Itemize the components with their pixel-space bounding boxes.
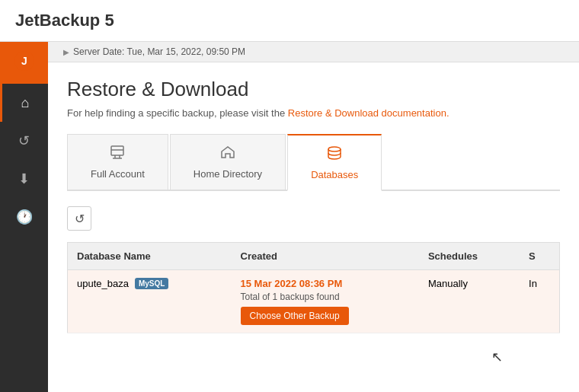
tab-full-account[interactable]: Full Account — [67, 134, 168, 190]
databases-icon — [326, 145, 343, 165]
tabs-container: Full Account Home Directory — [67, 134, 560, 191]
databases-table: Database Name Created Schedules S upute_… — [67, 242, 560, 333]
page-subtitle: For help finding a specific backup, plea… — [67, 107, 560, 119]
server-date: Server Date: Tue, Mar 15, 2022, 09:50 PM — [73, 46, 245, 57]
app-title: JetBackup 5 — [15, 11, 114, 30]
refresh-button[interactable]: ↺ — [67, 206, 91, 231]
sidebar-item-restore[interactable]: ↺ — [0, 122, 48, 160]
home-icon: ⌂ — [21, 95, 30, 111]
cell-db-name: upute_baza MySQL — [68, 270, 232, 333]
server-bar-arrow: ▶ — [63, 48, 69, 56]
refresh-icon: ↺ — [75, 212, 85, 226]
table-header: Database Name Created Schedules S — [68, 243, 560, 270]
sidebar-item-download[interactable]: ⬇ — [0, 160, 48, 198]
col-db-name: Database Name — [68, 243, 232, 270]
tab-databases-label: Databases — [311, 169, 358, 180]
toolbar: ↺ — [67, 206, 560, 231]
restore-icon: ↺ — [18, 132, 30, 149]
main-content: ▶ Server Date: Tue, Mar 15, 2022, 09:50 … — [48, 42, 579, 392]
col-created: Created — [232, 243, 419, 270]
server-bar: ▶ Server Date: Tue, Mar 15, 2022, 09:50 … — [48, 42, 579, 62]
cell-schedules: Manually — [419, 270, 520, 333]
sidebar: J ⌂ ↺ ⬇ 🕐 — [0, 42, 48, 392]
cell-status: In — [520, 270, 559, 333]
svg-rect-2 — [111, 146, 123, 155]
created-date: 15 Mar 2022 08:36 PM — [241, 278, 410, 289]
db-name-text: upute_baza — [77, 278, 129, 289]
subtitle-prefix: For help finding a specific backup, plea… — [67, 107, 288, 119]
tab-home-directory[interactable]: Home Directory — [170, 134, 286, 190]
table-row: upute_baza MySQL 15 Mar 2022 08:36 PM To… — [68, 270, 560, 333]
logo-icon: J — [13, 49, 36, 77]
sidebar-logo: J — [0, 42, 48, 84]
db-name-container: upute_baza MySQL — [77, 278, 222, 289]
page-title: Restore & Download — [67, 78, 560, 101]
home-directory-icon — [219, 144, 236, 164]
mysql-badge: MySQL — [135, 278, 168, 289]
main-layout: J ⌂ ↺ ⬇ 🕐 ▶ Server Date: Tue, Mar 15, 20… — [0, 42, 579, 392]
doc-link[interactable]: Restore & Download documentation. — [288, 107, 449, 119]
download-icon: ⬇ — [18, 171, 30, 187]
table-header-row: Database Name Created Schedules S — [68, 243, 560, 270]
top-header: JetBackup 5 — [0, 0, 579, 42]
choose-backup-button[interactable]: Choose Other Backup — [241, 307, 349, 325]
tab-databases[interactable]: Databases — [287, 134, 382, 191]
full-account-icon — [109, 144, 126, 164]
tab-home-directory-label: Home Directory — [194, 168, 262, 180]
col-schedules: Schedules — [419, 243, 520, 270]
table-body: upute_baza MySQL 15 Mar 2022 08:36 PM To… — [68, 270, 560, 333]
sidebar-item-home[interactable]: ⌂ — [0, 84, 48, 122]
svg-text:J: J — [21, 55, 27, 67]
backup-count: Total of 1 backups found — [241, 292, 410, 302]
sidebar-item-history[interactable]: 🕐 — [0, 198, 48, 236]
col-status: S — [520, 243, 559, 270]
tab-full-account-label: Full Account — [91, 168, 145, 180]
history-icon: 🕐 — [16, 209, 33, 225]
cell-created: 15 Mar 2022 08:36 PM Total of 1 backups … — [232, 270, 419, 333]
svg-point-7 — [328, 147, 341, 151]
content-inner: Restore & Download For help finding a sp… — [48, 62, 579, 349]
